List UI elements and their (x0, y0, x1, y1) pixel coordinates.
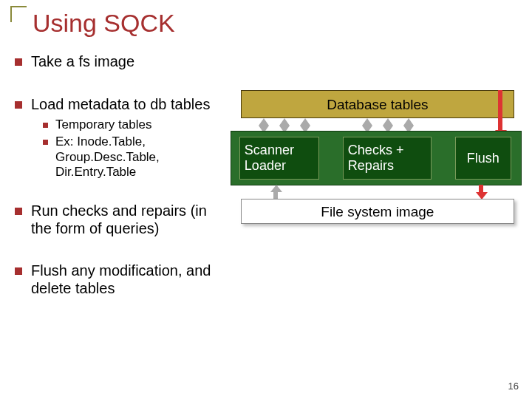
fs-image-box: File system image (241, 199, 514, 224)
bullet-icon (15, 58, 22, 66)
down-arrow-icon (476, 185, 486, 200)
diagram: Database tables Scanner Loader Checks + … (226, 53, 517, 364)
sub-bullet-text: Ex: Inode.Table, Group.Desc.Table, Dir.E… (55, 134, 220, 180)
bullet-icon (43, 140, 48, 145)
page-number: 16 (508, 381, 519, 392)
slide-title: Using SQCK (33, 9, 175, 38)
bullet-item: Take a fs image (15, 53, 220, 71)
sub-bullet-text: Temporary tables (55, 117, 151, 133)
bullet-icon (43, 123, 48, 128)
sub-bullet-item: Ex: Inode.Table, Group.Desc.Table, Dir.E… (43, 134, 220, 180)
bullet-text: Flush any modification, and delete table… (31, 262, 220, 297)
up-arrow-icon (270, 185, 281, 200)
sub-bullet-item: Temporary tables (43, 117, 220, 133)
bullet-text: Take a fs image (31, 53, 134, 71)
flush-box: Flush (455, 137, 511, 180)
bullet-icon (15, 208, 22, 215)
bullet-text: Load metadata to db tables (31, 96, 210, 114)
scanner-loader-box: Scanner Loader (239, 137, 319, 180)
bullet-item: Flush any modification, and delete table… (15, 262, 220, 297)
bullet-list: Take a fs image Load metadata to db tabl… (15, 53, 226, 364)
slide-content: Take a fs image Load metadata to db tabl… (15, 53, 517, 364)
bullet-icon (15, 267, 22, 275)
bullet-icon (15, 101, 22, 109)
checks-repairs-box: Checks + Repairs (343, 137, 432, 180)
corner-accent (10, 6, 27, 22)
bullet-item: Run checks and repairs (in the form of q… (15, 202, 220, 237)
bullet-item: Load metadata to db tables (15, 96, 220, 114)
db-tables-box: Database tables (241, 90, 514, 118)
bullet-text: Run checks and repairs (in the form of q… (31, 202, 220, 237)
